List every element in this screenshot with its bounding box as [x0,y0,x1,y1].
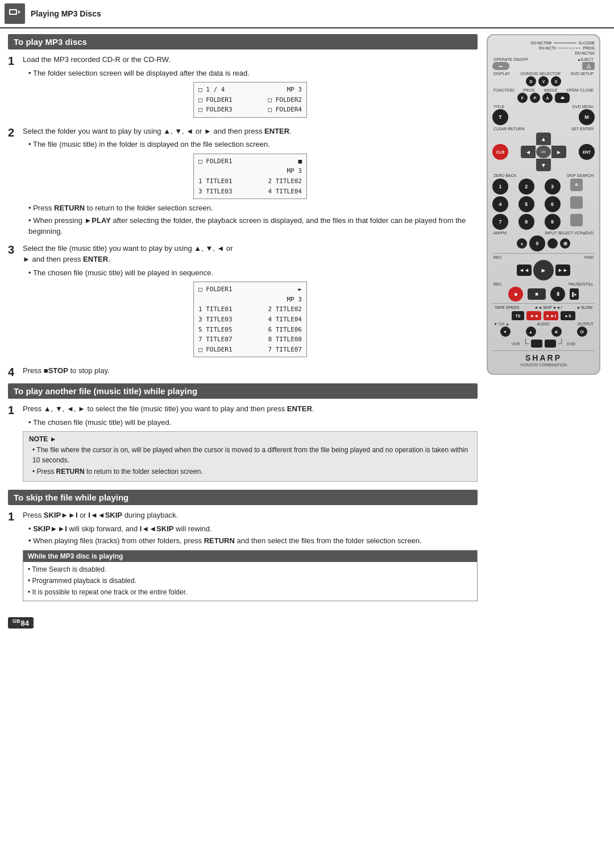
audio-label: AUDIO [537,322,549,326]
clear-return-btn[interactable]: CLR [492,144,508,160]
dpad-up[interactable]: ▲ [536,133,551,145]
num-1-btn[interactable]: 1 [492,179,508,195]
set-enter-label: SET ENTER [571,127,594,131]
page-footer: GB84 [0,615,614,631]
display-btn[interactable]: D [526,76,536,86]
screen2-line3-right: 2 TITLE02 [268,176,302,187]
ch-down-btn[interactable]: ▼ [500,326,511,337]
section-heading-play-another: To play another file (music title) while… [8,383,478,399]
operate-btn[interactable]: ••• [492,62,509,70]
operate-eject-row: ••• △ [492,62,595,70]
dvd-setup-label: DVD SETUP [571,72,594,76]
num-5-btn[interactable]: 5 [518,196,534,212]
num-3-btn[interactable]: 3 [545,179,561,195]
note-header: NOTE ► [29,435,471,443]
display-label: DISPLAY [493,72,510,76]
dpad-right[interactable]: ► [551,146,566,158]
zero-back-label: ZERO BACK [493,173,516,177]
dpad-left[interactable]: ◄ [521,146,536,158]
ampm-input-labels: AM/PM INPUT SELECT VCR●DVD [492,231,595,235]
skip-fwd-btn[interactable]: ►►I [544,311,558,320]
skip-row: TS ◄◄ ►►I ►S [492,311,595,320]
play-btn[interactable]: ► [533,260,554,280]
extra-btn3[interactable] [547,238,558,249]
rew-btn[interactable]: ◄◄ [517,264,532,276]
skip-back-btn[interactable]: ◄◄ [526,311,541,320]
section-heading-play-mp3: To play MP3 discs [8,34,478,49]
num-7-btn[interactable]: 7 [492,214,508,230]
num-2-btn[interactable]: 2 [518,179,534,195]
fwd-label: FWD [584,255,594,259]
dpad-down[interactable]: ▼ [536,159,551,171]
extra-btn1[interactable] [570,196,583,209]
step-1-skip-content: Press SKIP►►I or I◄◄SKIP during playback… [23,510,478,605]
slow-btn[interactable]: ►S [561,311,575,320]
page-body: To play MP3 discs 1 Load the MP3 recorde… [0,28,614,615]
screen3-line1-right: ► [298,284,302,295]
dpad-center[interactable]: OK [536,146,551,158]
num-0-btn[interactable]: 0 [529,235,545,251]
model-label-nc70x: DV-NC70X [575,51,595,55]
skip-search-btn[interactable]: ⊘ [570,179,583,191]
ampm-input-row: ± 0 ⊞ [492,235,595,251]
eject-btn[interactable]: △ [582,62,595,70]
extra-btn2[interactable] [570,214,583,226]
num-6-btn[interactable]: 6 [545,196,561,212]
dvd-menu-btn[interactable]: M [579,109,595,125]
model-dashed-1 [558,48,580,48]
pause-btn[interactable]: ⏸ [550,287,565,301]
vcr-dvd-combo-label: VCR/DVD COMBINATION [492,363,595,367]
bracket-left: └ [522,338,529,349]
screen2-line2-right: MP 3 [287,166,302,176]
step-1-skip-number: 1 [8,510,18,523]
step-3-bullet1: • The chosen file (music title) will be … [28,267,478,279]
dvd-btn[interactable] [545,340,556,348]
step-1-another: 1 Press ▲, ▼, ◄, ► to select the file (m… [8,403,478,485]
operate-eject-labels: OPERATE ON/OFF ▲EJECT [492,57,595,61]
title-btn[interactable]: T [492,109,508,125]
screen3-line4-right: 4 TITLE04 [268,315,302,325]
input-select-btn[interactable]: ⊞ [560,238,570,249]
tape-speed-btn[interactable]: TS [512,311,524,320]
prog-btn[interactable]: P [530,93,540,103]
step-btn[interactable]: ▐► [570,288,579,300]
ch-row: ▼ ▲ A O [492,326,595,337]
dvd-setup-btn[interactable]: S [551,76,561,86]
rec-btn[interactable]: ⏺ [508,287,523,301]
vcr-btn[interactable] [531,340,542,348]
rec-label: REC [493,282,502,286]
ch-up-btn[interactable]: ▲ [526,326,536,337]
wpb-header: While the MP3 disc is playing [23,551,477,562]
output-btn[interactable]: O [577,326,587,337]
vcr-dvd-sel-btn[interactable]: V [538,76,549,86]
stop-btn[interactable]: ■ [528,288,546,300]
ff-btn[interactable]: ►► [555,264,570,276]
output-label: OUTPUT [577,322,594,326]
step-3-number: 3 [8,243,18,257]
vcr-dvd-row: VCR └ ┘ DVD [492,338,595,349]
angle-btn[interactable]: A [542,93,553,103]
screen3-line5-right: 6 TITLE06 [268,325,302,335]
bracket-right: ┘ [558,338,565,349]
num-9-btn[interactable]: 9 [545,214,561,230]
audio-btn[interactable]: A [551,326,562,337]
angle-label: ANGLE [544,88,558,92]
num-8-btn[interactable]: 8 [518,214,534,230]
tape-speed-label: TAPE SPEED [495,305,519,309]
step-3-main: Select the file (music title) you want t… [23,243,478,265]
set-enter-btn[interactable]: ENT [579,144,595,160]
rec-stop-row: ⏺ ■ ⏸ ▐► [492,287,595,301]
func-btn[interactable]: F [517,93,528,103]
open-close-btn[interactable]: ⏏ [555,93,570,103]
operate-label: OPERATE ON/OFF [493,57,528,61]
ampm-btn[interactable]: ± [517,238,527,249]
screen2-line1-left: □ FOLDER1 [198,156,233,167]
step-1-skip-bullet2: • When playing files (tracks) from other… [28,535,478,547]
step-1-content: Load the MP3 recorded CD-R or the CD-RW.… [23,54,478,121]
screen2-line4-left: 3 TITLE03 [198,187,233,197]
step-2-bullet1: • The file (music title) in the folder i… [28,139,478,150]
screen3-line6-right: 8 TITLE08 [268,334,302,345]
num-4-btn[interactable]: 4 [492,196,508,212]
screen3-line3-left: 1 TITLE01 [198,304,233,315]
step-3-play: 3 Select the file (music title) you want… [8,243,478,361]
